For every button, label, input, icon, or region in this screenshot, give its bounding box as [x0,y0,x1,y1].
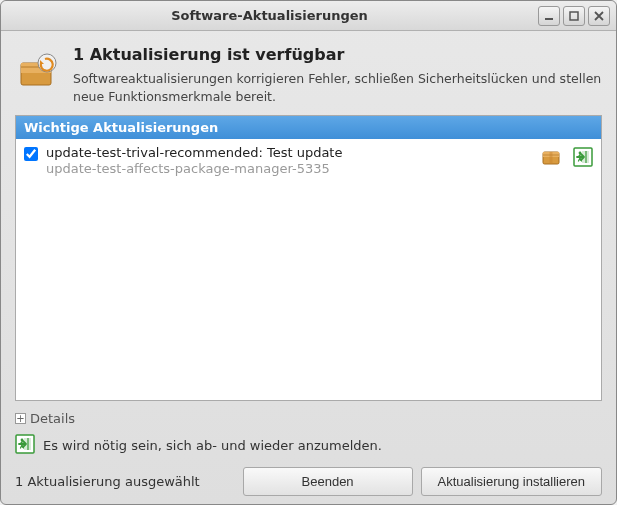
window-controls [538,6,610,26]
details-label: Details [30,411,75,426]
svg-rect-0 [545,18,553,20]
titlebar[interactable]: Software-Aktualisierungen [1,1,616,31]
update-title: update-test-trival-recommended: Test upd… [46,145,533,160]
content-area: 1 Aktualisierung ist verfügbar Softwarea… [1,31,616,504]
page-heading: 1 Aktualisierung ist verfügbar [73,45,602,64]
selection-count-label: 1 Aktualisierung ausgewählt [15,474,235,489]
minimize-button[interactable] [538,6,560,26]
list-section-header: Wichtige Aktualisierungen [16,116,601,139]
software-update-icon [15,45,59,89]
logout-notice-text: Es wird nötig sein, sich ab- und wieder … [43,438,382,453]
logout-notice: Es wird nötig sein, sich ab- und wieder … [15,434,602,457]
svg-rect-1 [570,12,578,20]
quit-button[interactable]: Beenden [243,467,413,496]
window-title: Software-Aktualisierungen [1,8,538,23]
maximize-button[interactable] [563,6,585,26]
list-item[interactable]: update-test-trival-recommended: Test upd… [16,139,601,182]
header-row: 1 Aktualisierung ist verfügbar Softwarea… [15,45,602,105]
update-subtitle: update-test-affects-package-manager-5335 [46,161,533,176]
expander-icon: + [15,413,26,424]
update-status-icons [541,145,593,170]
software-updates-window: Software-Aktualisierungen [0,0,617,505]
close-button[interactable] [588,6,610,26]
logout-required-icon [15,434,35,457]
details-expander[interactable]: + Details [15,411,602,426]
package-icon [541,147,561,170]
header-text: 1 Aktualisierung ist verfügbar Softwarea… [73,45,602,105]
update-checkbox[interactable] [24,147,38,161]
logout-required-icon [573,147,593,170]
update-text: update-test-trival-recommended: Test upd… [46,145,533,176]
button-row: 1 Aktualisierung ausgewählt Beenden Aktu… [15,467,602,496]
page-description: Softwareaktualisierungen korrigieren Feh… [73,70,602,105]
list-body[interactable]: update-test-trival-recommended: Test upd… [16,139,601,400]
svg-rect-7 [550,152,553,164]
install-updates-button[interactable]: Aktualisierung installieren [421,467,602,496]
updates-list: Wichtige Aktualisierungen update-test-tr… [15,115,602,401]
